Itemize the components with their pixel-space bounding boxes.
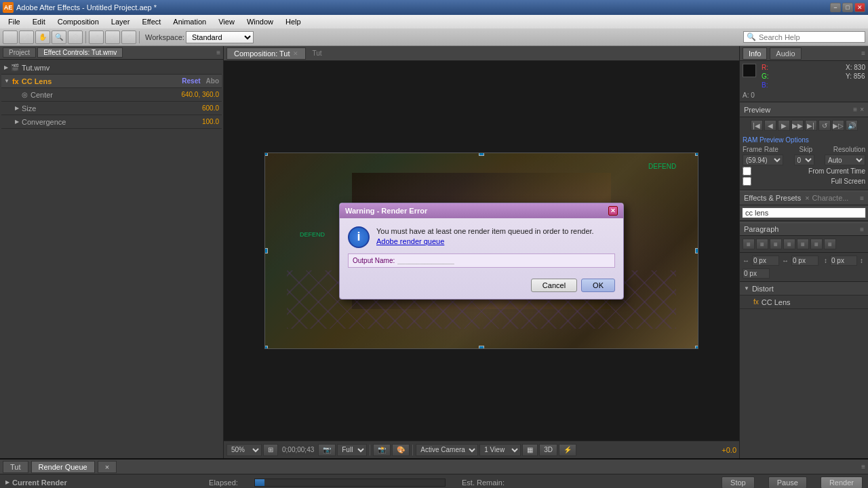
toolbar-btn-4[interactable]: 🔍 <box>52 30 66 44</box>
toolbar-btn-1[interactable]: ↩ <box>3 30 18 44</box>
param-size-value[interactable]: 600.0 <box>202 104 219 112</box>
loop-btn[interactable]: ↺ <box>818 120 831 131</box>
3d-btn[interactable]: 3D <box>539 444 557 456</box>
tab-info[interactable]: Info <box>743 47 767 60</box>
spacing-input-1[interactable] <box>752 256 779 266</box>
frame-rate-select[interactable]: (59.94) <box>743 155 783 165</box>
camera-btn[interactable]: 📷 <box>318 444 336 456</box>
dialog-close-button[interactable]: ✕ <box>608 206 618 216</box>
frame-back-btn[interactable]: ◀ <box>764 120 776 131</box>
param-center-value[interactable]: 640.0, 360.0 <box>181 91 219 98</box>
spacing-input-4[interactable] <box>743 268 770 279</box>
y-coord: Y: 856 <box>846 73 865 80</box>
panel-menu-icon[interactable]: ≡ <box>216 49 220 56</box>
grid-btn[interactable]: ⊞ <box>263 444 278 456</box>
from-current-check[interactable] <box>743 167 751 176</box>
render-button[interactable]: Render <box>821 476 863 489</box>
camera-view-select[interactable]: Active Camera <box>416 444 478 456</box>
cc-lens-triangle[interactable]: ▼ <box>4 78 9 84</box>
maximize-button[interactable]: □ <box>842 3 853 12</box>
audio-preview-btn[interactable]: 🔊 <box>846 120 858 131</box>
dialog-cancel-button[interactable]: Cancel <box>531 279 577 292</box>
toolbar-btn-5[interactable]: ⬡ <box>68 30 83 44</box>
preview-collapse-icon[interactable]: × <box>860 106 864 113</box>
toolbar-btn-8[interactable]: ⟲ <box>121 30 136 44</box>
toolbar-btn-2[interactable]: 🖊 <box>19 30 34 44</box>
spacing-input-2[interactable] <box>791 256 818 266</box>
param-convergence-value[interactable]: 100.0 <box>202 118 219 125</box>
current-render-area: ▶ Current Render <box>5 479 195 487</box>
effects-menu-icon[interactable]: ≡ <box>860 195 864 202</box>
draft-btn[interactable]: ⚡ <box>559 444 576 456</box>
tab-project[interactable]: Project <box>3 47 36 58</box>
toolbar-btn-3[interactable]: ✋ <box>35 30 50 44</box>
menu-effect[interactable]: Effect <box>136 16 166 27</box>
workspace-select[interactable]: Standard <box>186 31 254 43</box>
menu-animation[interactable]: Animation <box>167 16 212 27</box>
minimize-button[interactable]: − <box>830 3 841 12</box>
pause-button[interactable]: Pause <box>768 476 807 489</box>
align-justify3-btn[interactable]: ≡ <box>810 239 823 249</box>
align-center-btn[interactable]: ≡ <box>756 239 768 249</box>
spacing-input-3[interactable] <box>830 256 857 266</box>
reset-button[interactable]: Reset <box>182 77 200 85</box>
zoom-select[interactable]: 50% 100% <box>226 444 262 456</box>
close-button[interactable]: ✕ <box>854 3 865 12</box>
resolution-select[interactable]: Auto <box>825 155 865 165</box>
menu-view[interactable]: View <box>213 16 240 27</box>
dialog-link[interactable]: Adobe render queue <box>376 237 444 245</box>
quality-select[interactable]: Full Half <box>337 444 367 456</box>
comp-tab-tut[interactable]: Composition: Tut ✕ <box>226 47 306 60</box>
ram-preview-btn[interactable]: ▶▷ <box>832 120 844 131</box>
tab-effect-controls[interactable]: Effect Controls: Tut.wmv <box>37 47 123 58</box>
dialog-box: Warning - Render Error ✕ i You must have… <box>339 203 624 300</box>
menu-bar: File Edit Composition Layer Effect Anima… <box>0 15 868 28</box>
cc-lens-item[interactable]: fx CC Lens <box>740 296 868 309</box>
tab-rq-close[interactable]: × <box>98 461 117 473</box>
show-channel-btn[interactable]: 🎨 <box>392 444 410 456</box>
full-screen-check[interactable] <box>743 177 751 186</box>
menu-composition[interactable]: Composition <box>52 16 104 27</box>
comp-tab-close[interactable]: ✕ <box>293 50 298 57</box>
layout-btn[interactable]: ▦ <box>522 444 538 456</box>
collapse-triangle[interactable]: ▶ <box>4 64 8 70</box>
align-justify-btn[interactable]: ≡ <box>783 239 795 249</box>
align-justify2-btn[interactable]: ≡ <box>797 239 809 249</box>
menu-window[interactable]: Window <box>241 16 279 27</box>
tab-tut[interactable]: Tut <box>3 461 28 473</box>
anim-button[interactable]: Abo <box>206 77 219 85</box>
play-btn[interactable]: ▶ <box>778 120 790 131</box>
play-audio-btn[interactable]: ▶▶ <box>791 120 804 131</box>
paragraph-menu[interactable]: ≡ <box>860 226 864 233</box>
align-right-btn[interactable]: ≡ <box>770 239 782 249</box>
menu-edit[interactable]: Edit <box>27 16 51 27</box>
tab-render-queue[interactable]: Render Queue <box>31 461 95 473</box>
search-input[interactable] <box>759 33 861 41</box>
align-justify4-btn[interactable]: ≡ <box>824 239 836 249</box>
skip-select[interactable]: 0 <box>794 155 814 165</box>
param-size-triangle[interactable]: ▶ <box>15 105 19 111</box>
dialog-ok-button[interactable]: OK <box>581 279 615 292</box>
snapshot-btn[interactable]: 📸 <box>373 444 391 456</box>
skip-start-btn[interactable]: |◀ <box>751 120 763 131</box>
param-convergence-triangle[interactable]: ▶ <box>15 119 19 125</box>
menu-layer[interactable]: Layer <box>106 16 136 27</box>
param-center-row: ▶ ◎ Center 640.0, 360.0 <box>1 88 222 102</box>
ram-preview-options-label[interactable]: RAM Preview Options <box>743 136 865 144</box>
skip-end-btn[interactable]: ▶| <box>805 120 817 131</box>
distort-category[interactable]: ▼ Distort <box>740 282 868 296</box>
bottom-panel-menu[interactable]: ≡ <box>861 463 865 470</box>
preview-options-icon[interactable]: ≡ <box>853 106 857 113</box>
stop-button[interactable]: Stop <box>722 476 755 489</box>
view-select[interactable]: 1 View 2 Views <box>479 444 521 456</box>
toolbar-btn-6[interactable]: ↗ <box>89 30 104 44</box>
current-render-triangle[interactable]: ▶ <box>5 479 9 485</box>
menu-help[interactable]: Help <box>280 16 307 27</box>
tab-audio[interactable]: Audio <box>770 47 801 60</box>
menu-file[interactable]: File <box>3 16 26 27</box>
preview-header: Preview ≡ × <box>740 102 868 117</box>
toolbar-btn-7[interactable]: ↙ <box>105 30 120 44</box>
align-left-btn[interactable]: ≡ <box>743 239 755 249</box>
effects-search-input[interactable] <box>742 207 866 218</box>
panel-options-icon[interactable]: ≡ <box>861 49 865 57</box>
